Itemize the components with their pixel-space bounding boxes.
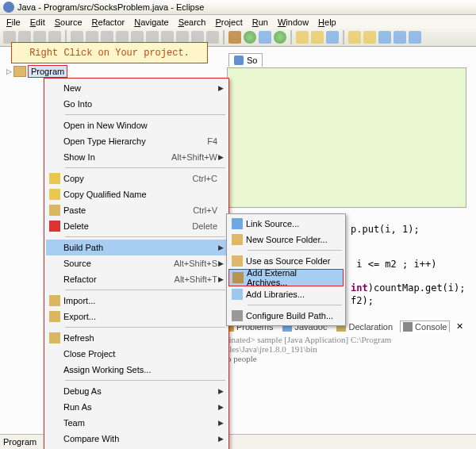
tree-expand-icon[interactable]: ▷	[6, 67, 12, 75]
menu-item-add-external-archives[interactable]: Add External Archives...	[228, 269, 344, 286]
menu-item-refresh[interactable]: Refresh	[46, 330, 227, 346]
menu-item-go-into[interactable]: Go Into	[46, 96, 227, 112]
menu-bar[interactable]: FileEditSourceRefactorNavigateSearchProj…	[0, 15, 476, 29]
menu-item-build-path[interactable]: Build Path▶	[46, 240, 227, 255]
tool-icon[interactable]	[311, 31, 324, 44]
tool-icon[interactable]	[348, 31, 361, 44]
menu-item-label: Show In	[63, 152, 157, 162]
submenu-arrow-icon: ▶	[218, 259, 224, 267]
build-path-submenu[interactable]: Link Source...New Source Folder...Use as…	[226, 213, 346, 326]
menu-item-configure-build-path[interactable]: Configure Build Path...	[228, 308, 344, 324]
tool-icon[interactable]	[259, 31, 271, 44]
java-file-icon	[234, 56, 244, 65]
runlast-icon[interactable]	[274, 31, 286, 44]
menu-help[interactable]: Help	[315, 17, 340, 28]
submenu-arrow-icon: ▶	[218, 244, 224, 251]
menu-item-debug-as[interactable]: Debug As▶	[46, 383, 227, 399]
menu-accel: Alt+Shift+T	[175, 274, 217, 284]
tool-icon[interactable]	[326, 31, 339, 44]
menu-run[interactable]: Run	[249, 17, 271, 28]
submenu-arrow-icon: ▶	[218, 435, 224, 443]
editor-highlighted-area[interactable]	[227, 67, 466, 208]
menu-item-copy[interactable]: CopyCtrl+C	[46, 171, 227, 186]
menu-item-label: Open Type Hierarchy	[63, 136, 193, 146]
menu-item-copy-qualified-name[interactable]: Copy Qualified Name	[46, 186, 227, 202]
menu-refactor[interactable]: Refactor	[89, 17, 129, 28]
menu-item-label: Go Into	[63, 99, 217, 109]
menu-item-show-in[interactable]: Show InAlt+Shift+W▶	[46, 149, 227, 165]
menu-accel: F4	[207, 136, 217, 146]
menu-item-open-in-new-window[interactable]: Open in New Window	[46, 117, 227, 133]
menu-item-label: Build Path	[63, 243, 217, 252]
menu-item-link-source[interactable]: Link Source...	[228, 216, 344, 232]
menu-item-add-libraries[interactable]: Add Libraries...	[228, 286, 344, 302]
project-tree-item[interactable]: ▷ Program	[6, 65, 67, 78]
menu-item-label: Copy	[63, 174, 178, 183]
menu-item-label: Debug As	[63, 386, 217, 396]
code-line: f2);	[351, 295, 476, 306]
tool-icon[interactable]	[409, 31, 421, 44]
menu-item-label: Add Libraries...	[246, 290, 334, 299]
menu-item-close-project[interactable]: Close Project	[46, 346, 227, 362]
menu-item-new[interactable]: New▶	[46, 80, 227, 96]
tool-icon[interactable]	[206, 31, 219, 44]
menu-separator	[65, 327, 225, 328]
toolbar-separator	[290, 30, 292, 44]
submenu-arrow-icon: ▶	[218, 275, 224, 283]
menu-window[interactable]: Window	[274, 17, 312, 28]
code-line: i <= m2 ; i++)	[351, 259, 476, 270]
menu-separator	[65, 236, 225, 237]
menu-item-label: Team	[63, 418, 217, 428]
tool-icon[interactable]	[296, 31, 309, 44]
toolbar-separator	[343, 30, 344, 44]
menu-item-team[interactable]: Team▶	[46, 415, 227, 431]
submenu-arrow-icon: ▶	[218, 153, 224, 161]
menu-item-use-as-source-folder[interactable]: Use as Source Folder	[228, 253, 344, 269]
close-tab-icon[interactable]: ✕	[456, 321, 463, 332]
menu-item-delete[interactable]: DeleteDelete	[46, 218, 227, 234]
menu-item-label: Export...	[63, 312, 217, 321]
context-menu[interactable]: New▶Go IntoOpen in New WindowOpen Type H…	[44, 78, 229, 449]
tool-icon[interactable]	[378, 31, 391, 44]
menu-item-label: Configure Build Path...	[246, 311, 334, 320]
menu-navigate[interactable]: Navigate	[131, 17, 171, 28]
menu-item-paste[interactable]: PasteCtrl+V	[46, 202, 227, 218]
project-folder-icon	[13, 66, 26, 77]
menu-separator	[65, 167, 225, 168]
submenu-arrow-icon: ▶	[218, 84, 224, 92]
menu-item-refactor[interactable]: RefactorAlt+Shift+T▶	[46, 271, 227, 287]
code-line: p.put(i, 1);	[351, 224, 476, 235]
menu-accel: Ctrl+C	[193, 174, 217, 183]
menu-separator	[65, 380, 225, 381]
tool-icon[interactable]	[393, 31, 406, 44]
menu-item-source[interactable]: SourceAlt+Shift+S▶	[46, 255, 227, 271]
menu-item-label: Use as Source Folder	[246, 256, 334, 266]
menu-edit[interactable]: Edit	[27, 17, 48, 28]
run-icon[interactable]	[244, 31, 256, 44]
menu-separator	[65, 290, 225, 290]
menu-project[interactable]: Project	[213, 17, 246, 28]
menu-item-label: Run As	[63, 402, 217, 412]
menu-item-open-type-hierarchy[interactable]: Open Type HierarchyF4	[46, 133, 227, 149]
status-text: Program	[3, 437, 36, 447]
menu-source[interactable]: Source	[52, 17, 86, 28]
menu-item-assign-working-sets[interactable]: Assign Working Sets...	[46, 362, 227, 378]
submenu-arrow-icon: ▶	[218, 387, 224, 395]
menu-item-new-source-folder[interactable]: New Source Folder...	[228, 232, 344, 248]
menu-file[interactable]: File	[3, 17, 24, 28]
menu-item-compare-with[interactable]: Compare With▶	[46, 431, 227, 447]
project-name-selected[interactable]: Program	[28, 65, 67, 78]
menu-accel: Ctrl+V	[193, 205, 217, 215]
editor-tab[interactable]: So	[228, 53, 263, 67]
menu-item-label: Compare With	[63, 434, 217, 443]
menu-item-export[interactable]: Export...	[46, 309, 227, 324]
tool-icon[interactable]	[363, 31, 376, 44]
submenu-arrow-icon: ▶	[218, 419, 224, 427]
tab-console[interactable]: Console	[400, 320, 450, 332]
menu-item-import[interactable]: Import...	[46, 293, 227, 309]
menu-separator	[248, 305, 342, 305]
debug-icon[interactable]	[228, 31, 241, 44]
menu-item-run-as[interactable]: Run As▶	[46, 399, 227, 415]
menu-accel: Delete	[192, 221, 217, 231]
menu-search[interactable]: Search	[175, 17, 209, 28]
